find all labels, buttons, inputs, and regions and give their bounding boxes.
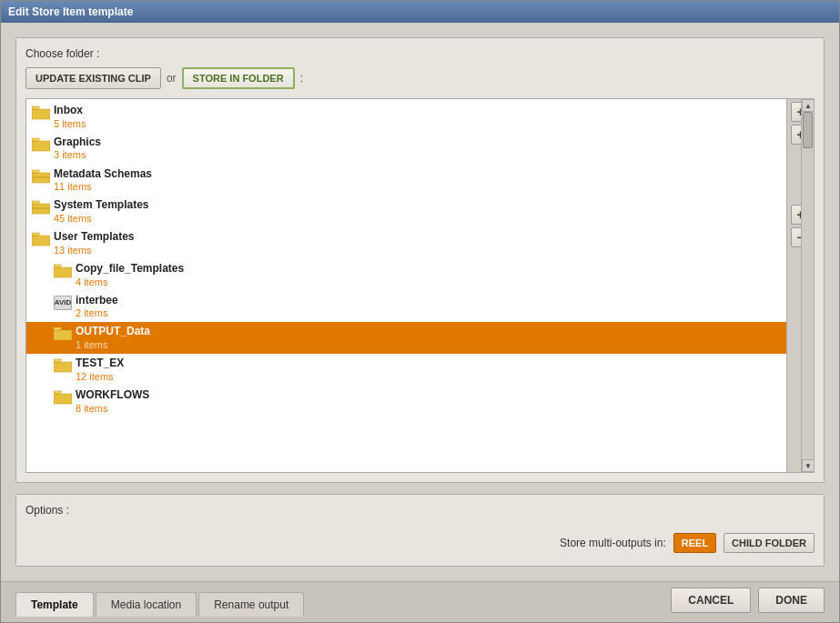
folder-count: 13 items — [54, 245, 134, 256]
svg-marker-12 — [54, 267, 72, 277]
folder-name: Inbox — [54, 104, 86, 118]
scroll-track — [802, 112, 814, 459]
folder-info: Inbox 5 items — [54, 104, 86, 130]
folder-name: Graphics — [54, 136, 101, 150]
svg-marker-14 — [54, 330, 72, 340]
cancel-button[interactable]: CANCEL — [671, 588, 751, 613]
list-item[interactable]: Metadata Schemas 11 items — [26, 165, 786, 196]
bottom-bar: Template Media location Rename output CA… — [1, 581, 839, 622]
folder-info: TEST_EX 12 items — [76, 357, 124, 383]
bottom-buttons: CANCEL DONE — [671, 588, 825, 617]
svg-marker-3 — [32, 138, 40, 141]
folder-info: User Templates 13 items — [54, 230, 134, 256]
folder-info: Copy_file_Templates 4 items — [76, 262, 184, 288]
child-folder-button[interactable]: CHILD FOLDER — [724, 533, 815, 553]
button-row: UPDATE EXISTING CLIP or STORE IN FOLDER … — [25, 67, 815, 89]
folder-name: OUTPUT_Data — [76, 325, 150, 339]
tab-rename-output[interactable]: Rename output — [198, 592, 304, 617]
svg-marker-17 — [54, 359, 62, 362]
svg-marker-18 — [54, 394, 72, 404]
list-item[interactable]: TEST_EX 12 items — [26, 354, 786, 386]
folder-info: WORKFLOWS 8 items — [76, 388, 149, 415]
options-content: Store multi-outputs in: REEL CHILD FOLDE… — [25, 524, 815, 557]
folder-icon — [54, 358, 72, 373]
svg-marker-13 — [54, 265, 62, 267]
folder-count: 12 items — [76, 371, 124, 383]
scroll-thumb[interactable] — [803, 112, 813, 148]
svg-marker-16 — [54, 362, 72, 372]
folder-icon — [32, 137, 50, 152]
done-button[interactable]: DONE — [758, 588, 825, 613]
svg-marker-7 — [32, 204, 50, 214]
dialog-title: Edit Store Item template — [8, 5, 133, 18]
folder-count: 1 items — [76, 339, 150, 351]
folder-count: 5 items — [54, 118, 86, 130]
folder-name: WORKFLOWS — [76, 388, 149, 403]
folder-info: Graphics 3 items — [54, 136, 101, 162]
svg-marker-15 — [54, 327, 62, 330]
svg-marker-2 — [32, 141, 50, 151]
or-text: or — [167, 72, 177, 85]
folder-icon — [54, 264, 72, 278]
folder-info: Metadata Schemas 11 items — [54, 167, 152, 194]
folder-info: System Templates 45 items — [54, 198, 149, 225]
svg-marker-11 — [32, 233, 40, 236]
tabs: Template Media location Rename output — [15, 592, 306, 617]
svg-marker-0 — [32, 109, 50, 119]
choose-folder-label: Choose folder : — [25, 47, 815, 60]
svg-marker-4 — [32, 173, 50, 183]
folder-name: TEST_EX — [76, 357, 124, 371]
folder-icon — [54, 390, 72, 405]
scroll-up-button[interactable]: ▲ — [802, 99, 815, 112]
svg-marker-5 — [32, 170, 40, 173]
list-item[interactable]: OUTPUT_Data 1 items — [26, 322, 786, 354]
scroll-down-button[interactable]: ▼ — [802, 459, 815, 472]
list-item[interactable]: Graphics 3 items — [26, 133, 786, 165]
reel-button[interactable]: REEL — [673, 533, 716, 553]
list-item[interactable]: User Templates 13 items — [26, 227, 786, 259]
svg-marker-19 — [54, 391, 62, 394]
folder-count: 3 items — [54, 149, 101, 161]
folder-icon — [32, 200, 50, 215]
svg-marker-10 — [32, 236, 50, 246]
list-item[interactable]: WORKFLOWS 8 items — [26, 386, 786, 417]
folder-info: OUTPUT_Data 1 items — [76, 325, 150, 351]
store-in-folder-button[interactable]: STORE IN FOLDER — [182, 67, 295, 89]
folder-list-container: Inbox 5 items Graphics 3 items — [25, 98, 815, 473]
tab-template[interactable]: Template — [15, 592, 94, 617]
options-section: Options : Store multi-outputs in: REEL C… — [15, 494, 825, 567]
list-item[interactable]: AVID interbee 2 items — [26, 291, 786, 323]
svg-marker-8 — [32, 201, 40, 204]
list-item[interactable]: Inbox 5 items — [26, 101, 786, 133]
folder-count: 11 items — [54, 181, 152, 193]
choose-folder-section: Choose folder : UPDATE EXISTING CLIP or … — [15, 37, 825, 483]
folder-icon — [32, 106, 50, 120]
folder-count: 2 items — [76, 307, 118, 319]
folder-icon — [32, 169, 50, 184]
folder-name: Copy_file_Templates — [76, 262, 184, 276]
folder-name: interbee — [76, 294, 118, 308]
folder-count: 4 items — [76, 276, 184, 288]
update-existing-clip-button[interactable]: UPDATE EXISTING CLIP — [25, 67, 161, 89]
folder-icon — [54, 327, 72, 341]
title-bar: Edit Store Item template — [1, 1, 839, 23]
dialog: Edit Store Item template Choose folder :… — [0, 0, 840, 623]
folder-name: User Templates — [54, 230, 134, 245]
dialog-body: Choose folder : UPDATE EXISTING CLIP or … — [1, 23, 839, 581]
folder-list[interactable]: Inbox 5 items Graphics 3 items — [26, 99, 786, 472]
folder-count: 8 items — [76, 403, 149, 415]
vertical-scrollbar[interactable]: ▲ ▼ — [801, 99, 814, 472]
folder-icon — [32, 232, 50, 246]
tab-media-location[interactable]: Media location — [96, 592, 197, 617]
svg-marker-1 — [32, 106, 40, 109]
store-multi-label: Store multi-outputs in: — [560, 537, 666, 549]
folder-name: Metadata Schemas — [54, 167, 152, 182]
folder-info: interbee 2 items — [76, 294, 118, 320]
avid-icon: AVID — [54, 296, 72, 310]
list-item[interactable]: Copy_file_Templates 4 items — [26, 259, 786, 291]
folder-name: System Templates — [54, 198, 149, 213]
folder-count: 45 items — [54, 213, 149, 225]
colon-text: : — [300, 72, 303, 85]
options-label: Options : — [25, 504, 815, 517]
list-item[interactable]: System Templates 45 items — [26, 196, 786, 227]
